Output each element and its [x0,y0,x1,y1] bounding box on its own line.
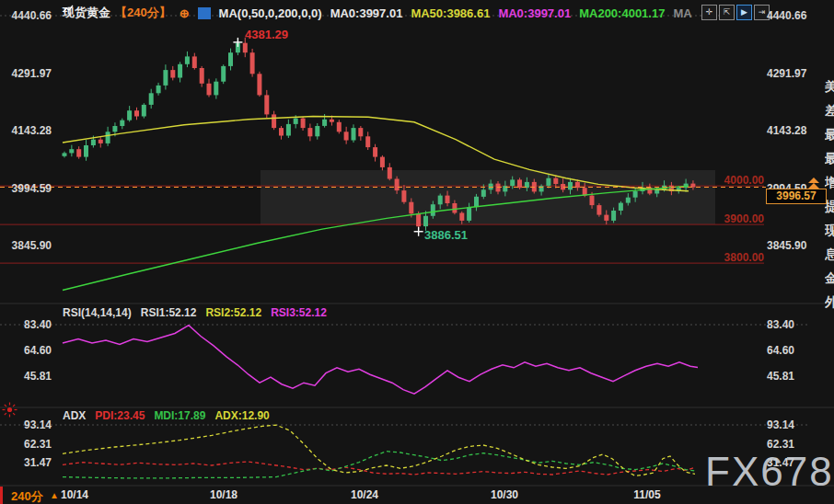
low-price-annotation: 3886.51 [424,228,468,242]
date-tick: 10/24 [344,488,385,501]
ticker-char: 最 [825,127,834,143]
ticker-char: 息 [825,246,834,263]
chart-toolbar: ✛ ⇱ ▶ ⇥ [701,5,770,20]
ticker-char: 最 [825,151,834,167]
ma200-value: MA200:4001.17 [579,6,665,20]
ma50-value: MA50:3986.61 [411,6,490,20]
rsi-header: RSI(14,14,14) RSI1:52.12 RSI2:52.12 RSI3… [63,306,327,319]
crosshair-tool-icon[interactable]: ✛ [701,5,717,20]
adx-title: ADX [63,409,86,422]
timeframe-badge[interactable]: 【240分】 [115,5,171,21]
main-left-tick: 4291.97 [6,67,52,80]
auto-scroll-icon[interactable]: ▶ [736,5,752,20]
rsi2-value: RSI2:52.12 [205,306,261,319]
ticker-char: 差 [825,103,834,120]
high-price-annotation: 4381.29 [245,28,288,41]
main-left-tick: 4143.28 [6,124,52,137]
rsi-left-tick: 83.40 [6,318,52,331]
rsi-right-tick: 45.81 [767,370,794,383]
chart-type-icon[interactable] [198,7,211,19]
add-indicator-icon[interactable]: ⊕ [180,6,190,20]
right-news-ticker: 美差最最增提现息金外 [825,79,834,355]
rsi-right-tick: 64.60 [767,344,794,357]
pdi-value: PDI:23.45 [95,409,145,422]
date-tick: 10/14 [54,488,95,501]
adx-left-tick: 31.47 [6,456,52,469]
adx-value: ADX:12.90 [214,409,269,422]
adx-header: ADX PDI:23.45 MDI:17.89 ADX:12.90 [63,409,270,422]
bottom-bar-left-mark [0,487,3,504]
chart-header: 现货黄金 【240分】 ⊕ MA(0,50,0,200,0,0) MA0:399… [63,5,692,21]
ma0-value: MA0:3997.01 [330,6,403,20]
main-right-tick: 4291.97 [767,67,806,80]
mdi-value: MDI:17.89 [154,409,205,422]
main-left-tick: 3845.90 [6,239,52,252]
level-label-3900: 3900.00 [703,212,764,225]
trading-app: { "header": { "symbol": "现货黄金", "timefra… [0,0,834,504]
ma0-magenta-value: MA0:3997.01 [498,6,571,20]
ticker-char: 现 [825,223,834,239]
ticker-char: 美 [825,79,834,96]
main-left-tick: 4440.66 [6,9,52,22]
rsi-right-tick: 83.40 [767,318,794,331]
date-tick: 10/30 [484,488,525,501]
rsi-left-tick: 64.60 [6,344,52,357]
rsi-left-tick: 45.81 [6,370,52,383]
level-label-4000: 4000.00 [703,174,764,187]
ma-extra-label: MA [673,6,691,20]
date-tick: 10/18 [203,488,244,501]
rsi3-value: RSI3:52.12 [271,306,327,319]
indicator-settings-sun-icon[interactable] [2,402,17,418]
fx678-watermark: FX678 [705,449,834,495]
level-label-3800: 3800.00 [703,251,764,264]
ma-formula: MA(0,50,0,200,0,0) [219,6,322,20]
rsi-title: RSI(14,14,14) [63,306,132,319]
main-left-tick: 3994.59 [6,182,52,195]
adx-left-tick: 62.31 [6,438,52,451]
rsi1-value: RSI1:52.12 [141,306,197,319]
main-right-tick: 4143.28 [767,124,806,137]
ticker-char: 外 [825,294,834,311]
date-tick: 11/05 [627,488,667,501]
current-price-box: 3996.57 [766,189,827,204]
ticker-char: 金 [825,270,834,287]
axis-scale-icon[interactable]: ⇱ [719,5,735,20]
main-right-tick: 3845.90 [767,239,806,252]
timeframe-selector[interactable]: 240分 [11,488,43,504]
main-right-tick: 4440.66 [767,9,806,22]
adx-left-tick: 93.14 [6,418,52,431]
adx-right-tick: 93.14 [767,418,794,431]
